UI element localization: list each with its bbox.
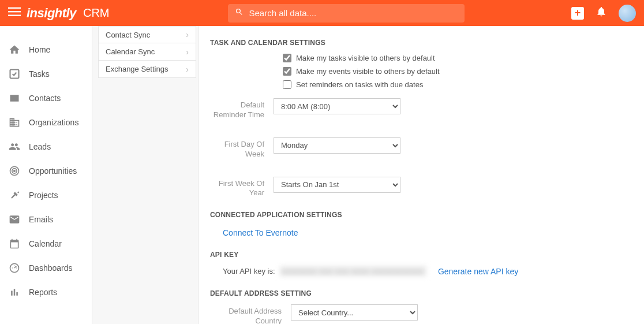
nav-organizations[interactable]: Organizations (0, 110, 92, 135)
search-box[interactable] (228, 4, 465, 23)
search-icon (235, 8, 244, 18)
product-label: CRM (83, 6, 110, 20)
building-icon (8, 116, 21, 129)
nav-contacts[interactable]: Contacts (0, 86, 92, 110)
nav-leads[interactable]: Leads (0, 135, 92, 159)
label-first-day: First Day Of Week (210, 137, 274, 159)
section-connected-apps: CONNECTED APPLICATION SETTINGS (210, 211, 632, 219)
section-api-key: API KEY (210, 251, 632, 259)
nav-label: Leads (29, 142, 51, 151)
nav-calendar[interactable]: Calendar (0, 232, 92, 256)
api-key-value: xxxxxxxx-xxx-xxx-xxxx-xxxxxxxxxxxx (280, 266, 426, 277)
logo: insightly CRM (27, 6, 110, 21)
check-icon (8, 68, 21, 80)
api-key-label: Your API key is: (223, 267, 275, 275)
section-task-calendar: TASK AND CALENDAR SETTINGS (210, 39, 632, 47)
svg-rect-2 (8, 14, 21, 16)
section-default-address: DEFAULT ADDRESS SETTING (210, 289, 632, 297)
calendar-icon (8, 237, 21, 250)
top-bar: insightly CRM + (0, 0, 644, 26)
menu-icon[interactable] (8, 5, 21, 21)
chart-icon (8, 286, 21, 299)
nav-dashboards[interactable]: Dashboards (0, 256, 92, 280)
notifications-icon[interactable] (596, 6, 607, 20)
nav-home[interactable]: Home (0, 38, 92, 62)
add-button[interactable]: + (571, 7, 584, 20)
checkbox-reminders[interactable] (283, 80, 291, 89)
link-connect-evernote[interactable]: Connect To Evernote (223, 228, 298, 237)
nav-label: Projects (29, 191, 58, 200)
subnav-label: Contact Sync (106, 31, 150, 39)
checkbox-label: Set reminders on tasks with due dates (296, 80, 423, 89)
nav-tasks[interactable]: Tasks (0, 62, 92, 86)
home-icon (8, 43, 21, 56)
svg-rect-0 (8, 7, 21, 8)
nav-label: Opportunities (29, 166, 77, 176)
search-input[interactable] (249, 8, 458, 18)
subnav-contact-sync[interactable]: Contact Sync › (98, 26, 196, 43)
nav-projects[interactable]: Projects (0, 183, 92, 207)
nav-label: Home (29, 45, 50, 54)
subnav-exchange-settings[interactable]: Exchange Settings › (98, 61, 196, 78)
nav-label: Dashboards (29, 263, 73, 273)
select-default-country[interactable]: Select Country... (291, 304, 418, 321)
leads-icon (8, 140, 21, 153)
avatar[interactable] (619, 5, 636, 22)
logo-text: insightly (27, 6, 76, 21)
subnav-label: Exchange Settings (106, 65, 168, 73)
select-reminder-time[interactable]: 8:00 AM (8:00) (274, 98, 400, 114)
nav-label: Contacts (29, 94, 61, 103)
label-first-week: First Week Of Year (210, 177, 274, 199)
svg-rect-1 (8, 11, 21, 12)
checkbox-label: Make my events visible to others by defa… (296, 67, 440, 76)
chevron-right-icon: › (186, 47, 189, 57)
subnav-calendar-sync[interactable]: Calendar Sync › (98, 43, 196, 61)
svg-point-6 (14, 170, 16, 172)
nav-label: Tasks (29, 69, 50, 79)
target-icon (8, 165, 21, 177)
nav-label: Emails (29, 215, 53, 224)
sidebar: Home Tasks Contacts Organizations Leads … (0, 26, 92, 324)
nav-emails[interactable]: Emails (0, 207, 92, 232)
checkbox-tasks-visible[interactable] (283, 54, 291, 62)
select-first-day[interactable]: Monday (274, 137, 400, 154)
nav-label: Calendar (29, 239, 62, 248)
contact-icon (8, 92, 21, 105)
settings-subnav: Contact Sync › Calendar Sync › Exchange … (92, 26, 198, 324)
subnav-label: Calendar Sync (106, 47, 155, 56)
email-icon (8, 213, 21, 226)
settings-content: TASK AND CALENDAR SETTINGS Make my tasks… (198, 26, 644, 324)
nav-label: Organizations (29, 118, 78, 127)
checkbox-events-visible[interactable] (283, 67, 291, 76)
select-first-week[interactable]: Starts On Jan 1st (274, 177, 400, 193)
hammer-icon (8, 189, 21, 202)
nav-label: Reports (29, 288, 57, 297)
checkbox-label: Make my tasks visible to others by defau… (296, 54, 435, 62)
nav-opportunities[interactable]: Opportunities (0, 159, 92, 183)
chevron-right-icon: › (186, 30, 189, 39)
link-generate-api-key[interactable]: Generate new API key (438, 267, 518, 276)
label-reminder-time: Default Reminder Time (210, 98, 274, 120)
label-default-country: Default Address Country (210, 304, 291, 324)
nav-reports[interactable]: Reports (0, 280, 92, 304)
gauge-icon (8, 262, 21, 274)
chevron-right-icon: › (186, 65, 189, 74)
